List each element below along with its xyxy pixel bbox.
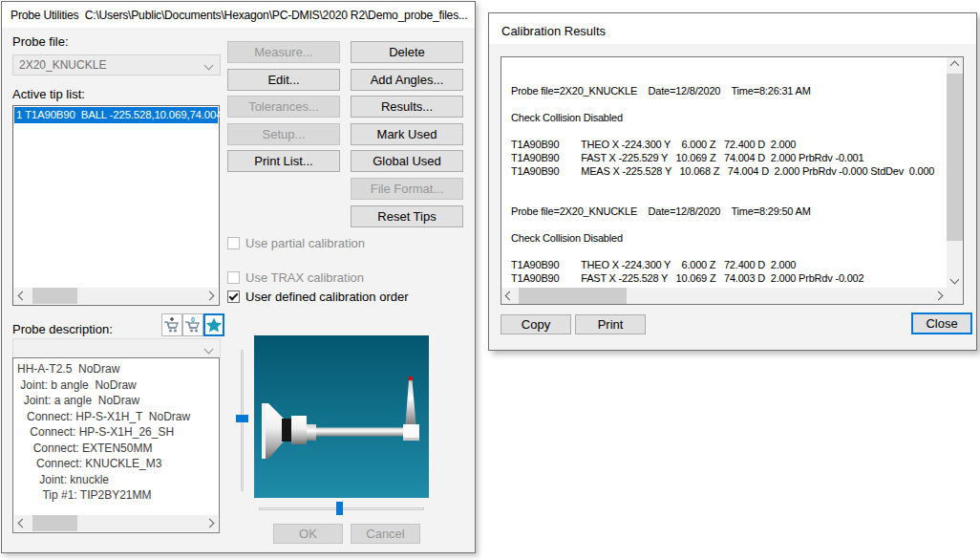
probe-description-listbox[interactable]: HH-A-T2.5 NoDraw Joint: b angle NoDraw J…: [12, 357, 220, 533]
scrollbar-thumb[interactable]: [947, 74, 963, 241]
user-defined-calibration-order-checkbox[interactable]: User defined calibration order: [227, 290, 409, 304]
use-partial-calibration-label: Use partial calibration: [245, 236, 365, 250]
use-partial-calibration-checkbox: Use partial calibration: [227, 236, 365, 250]
probe-3d-view[interactable]: [254, 335, 429, 498]
setup-button: Setup...: [227, 123, 340, 145]
scroll-left-icon[interactable]: [14, 288, 31, 304]
favorite-star-button[interactable]: [203, 313, 224, 336]
star-icon: [205, 316, 223, 334]
checkbox-icon: [227, 237, 240, 249]
probe-utilities-title: Probe Utilities C:\Users\Public\Document…: [11, 9, 467, 22]
calibration-results-window: Calibration Results Probe file=2X20_KNUC…: [488, 12, 977, 351]
user-defined-calibration-order-label: User defined calibration order: [245, 290, 409, 304]
file-format-button: File Format...: [351, 178, 463, 200]
svg-text:0: 0: [191, 316, 195, 323]
results-vscrollbar[interactable]: [947, 57, 963, 288]
scroll-right-icon[interactable]: [930, 288, 947, 304]
probe-render: [254, 335, 429, 498]
vertical-zoom-slider-handle[interactable]: [236, 415, 248, 422]
scroll-left-icon[interactable]: [14, 515, 31, 531]
close-button[interactable]: Close: [911, 312, 972, 334]
chevron-down-icon: [204, 61, 214, 71]
scrollbar-thumb[interactable]: [519, 288, 627, 304]
cart-plus-button[interactable]: [161, 313, 182, 336]
horizontal-rotate-slider-handle[interactable]: [336, 502, 343, 515]
print-list-button[interactable]: Print List...: [227, 150, 340, 172]
scroll-right-icon[interactable]: [202, 515, 218, 531]
scrollbar-thumb[interactable]: [32, 288, 77, 304]
probe-utilities-titlebar[interactable]: Probe Utilities C:\Users\Public\Document…: [2, 2, 475, 28]
checkbox-checked-icon[interactable]: [227, 291, 240, 303]
scroll-left-icon[interactable]: [501, 288, 518, 304]
scrollbar-corner: [947, 288, 963, 304]
calibration-results-text: Probe file=2X20_KNUCKLE Date=12/8/2020 T…: [501, 57, 947, 304]
description-hscrollbar[interactable]: [14, 515, 218, 531]
scroll-down-icon[interactable]: [947, 271, 963, 288]
scroll-right-icon[interactable]: [202, 288, 218, 304]
add-angles-button[interactable]: Add Angles...: [351, 69, 463, 91]
scrollbar-thumb[interactable]: [32, 515, 77, 531]
mark-used-button[interactable]: Mark Used: [351, 123, 463, 145]
tip-list-item-selected[interactable]: 1 T1A90B90 BALL -225.528,10.069,74.004: [14, 107, 218, 123]
checkbox-icon: [227, 271, 240, 284]
calibration-results-textarea[interactable]: Probe file=2X20_KNUCKLE Date=12/8/2020 T…: [501, 56, 964, 305]
measure-button: Measure...: [227, 41, 340, 63]
print-button[interactable]: Print: [575, 314, 646, 334]
probe-file-combobox[interactable]: 2X20_KNUCKLE: [12, 54, 221, 75]
cart-zero-button[interactable]: 0: [182, 313, 203, 336]
probe-description-label: Probe description:: [12, 322, 113, 336]
global-used-button[interactable]: Global Used: [351, 150, 463, 172]
edit-button[interactable]: Edit...: [227, 69, 340, 91]
delete-button[interactable]: Delete: [351, 41, 463, 63]
calibration-results-titlebar[interactable]: Calibration Results: [489, 13, 976, 44]
desktop: { "colors": { "selection_blue": "#0078d7…: [0, 0, 980, 560]
tip-list-hscrollbar[interactable]: [14, 288, 218, 304]
cart-zero-icon: 0: [184, 316, 202, 334]
chevron-down-icon: [204, 345, 214, 355]
results-hscrollbar[interactable]: [501, 288, 947, 304]
cancel-button: Cancel: [351, 524, 420, 544]
probe-file-label: Probe file:: [12, 34, 69, 49]
use-trax-calibration-label: Use TRAX calibration: [245, 270, 364, 285]
results-button[interactable]: Results...: [351, 96, 463, 118]
cart-plus-icon: [163, 316, 181, 334]
calibration-results-title: Calibration Results: [501, 24, 606, 38]
probe-utilities-window: Probe Utilities C:\Users\Public\Document…: [1, 1, 476, 553]
reset-tips-button[interactable]: Reset Tips: [351, 205, 463, 227]
probe-description-text: HH-A-T2.5 NoDraw Joint: b angle NoDraw J…: [17, 361, 190, 504]
scroll-up-icon[interactable]: [947, 57, 963, 74]
ok-button: OK: [273, 524, 343, 544]
active-tip-list-label: Active tip list:: [12, 87, 85, 101]
active-tip-listbox[interactable]: 1 T1A90B90 BALL -225.528,10.069,74.004: [12, 105, 220, 306]
use-trax-calibration-checkbox: Use TRAX calibration: [227, 270, 364, 285]
probe-file-value: 2X20_KNUCKLE: [19, 58, 106, 72]
probe-description-combobox[interactable]: [12, 338, 221, 358]
tolerances-button: Tolerances...: [227, 96, 340, 118]
copy-button[interactable]: Copy: [501, 314, 571, 334]
